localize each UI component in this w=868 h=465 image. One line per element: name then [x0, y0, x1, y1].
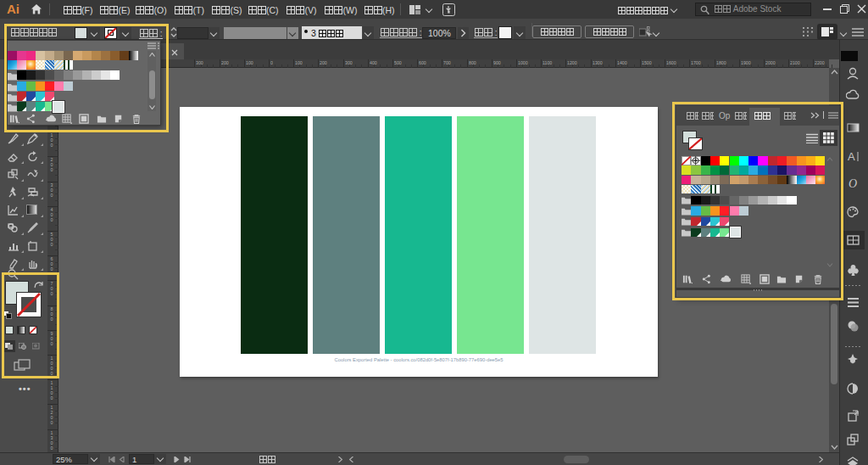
- svg-text:A: A: [848, 150, 855, 163]
- svg-text:O: O: [849, 177, 857, 190]
